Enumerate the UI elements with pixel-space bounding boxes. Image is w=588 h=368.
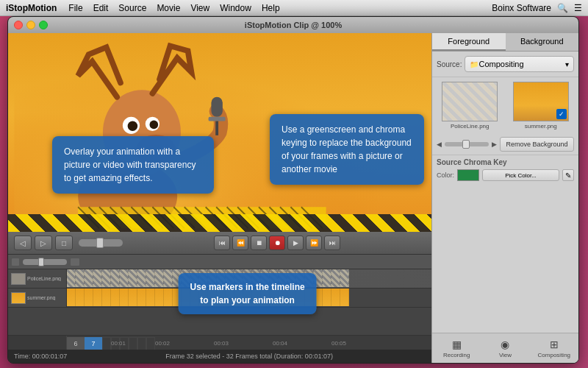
frame-tick — [102, 337, 111, 350]
edit-menu[interactable]: Edit — [93, 3, 109, 13]
frame-tick — [146, 337, 155, 350]
fg-tooltip-text: Overlay your animation with a picture or… — [64, 146, 196, 183]
chroma-key-area: Source Chroma Key Color: Pick Color... ✎ — [432, 155, 578, 184]
timeline-tooltip-line2: to plan your animation — [190, 294, 305, 307]
track-frame — [323, 269, 331, 287]
tab-foreground[interactable]: Foreground — [432, 33, 506, 51]
track-frame — [146, 269, 155, 287]
thumb-police[interactable] — [442, 82, 498, 121]
source-label: Source: — [437, 60, 462, 68]
help-menu[interactable]: Help — [262, 3, 280, 13]
file-menu[interactable]: File — [68, 3, 82, 13]
chroma-key-label: Source Chroma Key — [437, 158, 574, 166]
frame-numbers-area: 6 7 00:01 00:02 00:03 — [67, 336, 431, 350]
recording-label: Recording — [443, 352, 470, 358]
fg-tooltip: Overlay your animation with a picture or… — [52, 136, 214, 194]
list-icon[interactable]: ☰ — [574, 3, 582, 13]
remove-bg-slider[interactable] — [445, 142, 489, 146]
toolbar-left-btn[interactable]: ◁ — [14, 236, 32, 250]
search-icon[interactable]: 🔍 — [557, 3, 568, 13]
track-frame — [120, 269, 129, 287]
compositing-tab[interactable]: ⊞ Compositing — [530, 333, 578, 363]
main-window: iStopMotion Clip @ 100% — [7, 16, 579, 364]
track-1-thumb — [11, 273, 26, 285]
window-title: iStopMotion Clip @ 100% — [245, 21, 342, 29]
source-dropdown[interactable]: 📁 Compositing ▾ — [465, 56, 574, 72]
tab-background[interactable]: Background — [506, 33, 579, 51]
track-2-label: summer.png — [8, 289, 67, 307]
source-menu[interactable]: Source — [118, 3, 146, 13]
content-area: Overlay your animation with a picture or… — [8, 33, 578, 363]
track-frame — [340, 289, 349, 306]
minimize-button[interactable] — [26, 21, 35, 29]
timeline-shrink-btn[interactable] — [70, 258, 80, 266]
track-frame — [93, 289, 102, 306]
bg-tooltip-text: Use a greenscreen and chroma keying to r… — [282, 124, 412, 174]
remove-bg-button[interactable]: Remove Background — [500, 137, 574, 152]
thumb-check-icon: ✓ — [556, 109, 567, 119]
timeline-zoom-slider[interactable] — [23, 259, 67, 265]
title-bar: iStopMotion Clip @ 100% — [8, 17, 578, 33]
svg-rect-10 — [215, 121, 218, 135]
view-tab[interactable]: ◉ View — [481, 333, 529, 363]
track-frame — [85, 289, 93, 306]
timecode-bar: Time: 00:00:01:07 Frame 32 selected - 32… — [8, 350, 431, 363]
fullscreen-button[interactable] — [39, 21, 48, 29]
track-2-thumb — [11, 292, 26, 304]
toolbar-right-btn[interactable]: ▷ — [35, 236, 52, 250]
track-frame — [129, 289, 137, 306]
remove-bg-area: ◀ ▶ Remove Background — [432, 134, 578, 155]
prev-btn[interactable]: ⏪ — [232, 236, 248, 250]
window-menu[interactable]: Window — [220, 3, 251, 13]
thumb-summer-label: summer.png — [525, 123, 557, 130]
tc-00:05: 00:05 — [331, 340, 346, 347]
timeline-expand-btn[interactable] — [11, 258, 20, 266]
canvas-area: Overlay your animation with a picture or… — [8, 33, 431, 232]
eyedropper-button[interactable]: ✎ — [562, 169, 574, 181]
skip-fwd-btn[interactable]: ⏭ — [324, 236, 340, 250]
play-btn[interactable]: ▶ — [287, 236, 304, 250]
timeline-tooltip-line1: Use markers in the timeline — [190, 280, 305, 294]
track-frame — [102, 269, 111, 287]
track-frame — [120, 289, 129, 306]
track-frame — [111, 269, 120, 287]
recording-icon: ▦ — [452, 339, 462, 350]
pick-color-button[interactable]: Pick Color... — [482, 169, 559, 181]
track-frame — [164, 269, 173, 287]
view-label: View — [499, 352, 512, 358]
playback-slider-thumb[interactable] — [96, 238, 104, 248]
thumb-summer[interactable]: ✓ — [513, 82, 569, 121]
thumbnails-area: PoliceLine.png ✓ summer.png — [432, 77, 578, 134]
toolbar-box-btn[interactable]: □ — [55, 236, 73, 250]
track-frame — [155, 269, 164, 287]
app-menu-item[interactable]: iStopMotion — [6, 3, 57, 13]
timeline: PoliceLine.png — [8, 254, 431, 350]
tc-00:03: 00:03 — [214, 340, 229, 347]
color-swatch[interactable] — [457, 169, 479, 181]
track-frame — [137, 289, 146, 306]
record-btn[interactable]: ⏺ — [269, 236, 285, 250]
police-tape — [8, 214, 431, 232]
skip-back-btn[interactable]: ⏮ — [214, 236, 230, 250]
track-frame — [331, 269, 340, 287]
slider-left-icon: ◀ — [437, 141, 442, 148]
source-section: Source: 📁 Compositing ▾ — [432, 52, 578, 77]
view-menu[interactable]: View — [190, 3, 209, 13]
track-frame — [67, 289, 76, 306]
panel-tabs: Foreground Background — [432, 33, 578, 52]
menu-right-icons: Boinx Software 🔍 ☰ — [492, 3, 582, 13]
frame-tick — [137, 337, 146, 350]
movie-menu[interactable]: Movie — [157, 3, 180, 13]
recording-tab[interactable]: ▦ Recording — [432, 333, 481, 363]
company-label: Boinx Software — [492, 3, 551, 13]
svg-point-6 — [128, 121, 138, 132]
left-area: Overlay your animation with a picture or… — [8, 33, 431, 363]
right-panel: Foreground Background Source: 📁 Composit… — [431, 33, 578, 363]
bg-tooltip: Use a greenscreen and chroma keying to r… — [270, 114, 424, 185]
track-frame — [102, 289, 111, 306]
stop-btn[interactable]: ⏹ — [251, 236, 267, 250]
track-frame — [137, 269, 146, 287]
close-button[interactable] — [14, 21, 23, 29]
bottom-tabs: ▦ Recording ◉ View ⊞ Compositing — [432, 333, 578, 363]
fwd-btn[interactable]: ⏩ — [306, 236, 322, 250]
